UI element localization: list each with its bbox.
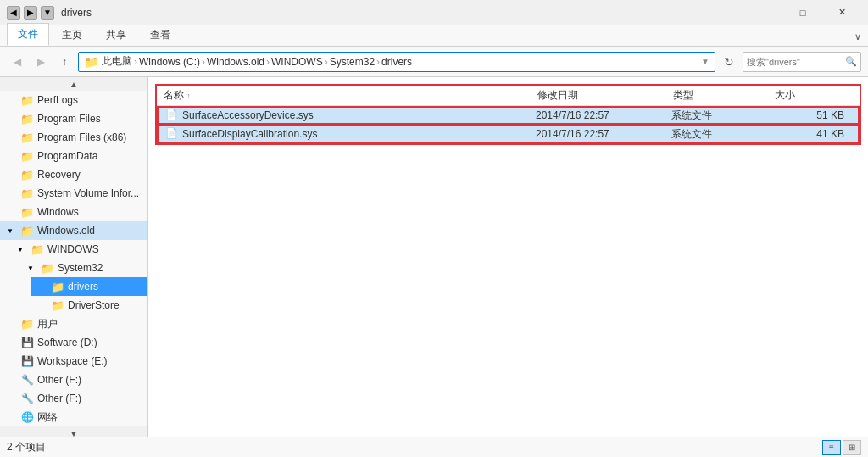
address-folder-icon: 📁 xyxy=(84,55,98,69)
breadcrumb-windows-old[interactable]: Windows.old xyxy=(207,56,264,68)
sidebar-item-user[interactable]: 📁 用户 xyxy=(0,315,147,333)
view-detail-button[interactable]: ⊞ xyxy=(843,440,861,455)
sidebar-item-programdata[interactable]: 📁 ProgramData xyxy=(0,147,147,165)
drive-icon-other2: 🔧 xyxy=(20,392,34,405)
breadcrumb-system32[interactable]: System32 xyxy=(330,56,375,68)
ribbon: 文件 主页 共享 查看 ∨ xyxy=(0,25,868,47)
col-header-type[interactable]: 类型 xyxy=(670,88,771,103)
folder-icon: 📁 xyxy=(20,187,34,200)
folder-icon-user: 📁 xyxy=(20,317,34,331)
main-content: ▲ 📁 PerfLogs 📁 Program Files 📁 Program F… xyxy=(0,77,868,437)
sidebar-item-windows[interactable]: 📁 Windows xyxy=(0,203,147,221)
sidebar-item-perflogs[interactable]: 📁 PerfLogs xyxy=(0,91,147,109)
sidebar-item-system32[interactable]: ▼ 📁 System32 xyxy=(20,259,147,277)
search-box[interactable]: 🔍 xyxy=(743,52,861,72)
col-header-size[interactable]: 大小 xyxy=(771,88,856,103)
file-list-header[interactable]: 名称 ↑ 修改日期 类型 大小 xyxy=(157,86,860,106)
expand-placeholder xyxy=(3,168,17,181)
sidebar-item-network[interactable]: 🌐 网络 xyxy=(0,408,147,426)
breadcrumb-drive-c[interactable]: Windows (C:) xyxy=(139,56,200,68)
window-title: drivers xyxy=(61,7,744,19)
quick-save-icon[interactable]: ▼ xyxy=(41,6,54,20)
sidebar-item-programfiles-x86[interactable]: 📁 Program Files (x86) xyxy=(0,128,147,147)
tab-file[interactable]: 文件 xyxy=(7,23,49,46)
address-input[interactable]: 📁 此电脑 › Windows (C:) › Windows.old › WIN… xyxy=(78,52,715,72)
quick-forward-icon[interactable]: ▶ xyxy=(24,6,37,20)
title-bar: ◀ ▶ ▼ drivers — □ ✕ xyxy=(0,0,868,25)
file-name-2: 📄 SurfaceDisplayCalibration.sys xyxy=(162,127,532,141)
sidebar-item-windowsold[interactable]: ▼ 📁 Windows.old xyxy=(0,221,147,240)
expand-placeholder-other2 xyxy=(3,392,17,405)
file-table-area: 名称 ↑ 修改日期 类型 大小 📄 SurfaceAccessoryDevice… xyxy=(155,84,861,145)
forward-button[interactable]: ▶ xyxy=(31,52,51,72)
file-size-2: 41 KB xyxy=(770,128,854,140)
expand-placeholder-network xyxy=(3,410,17,424)
sidebar-label-windowsdir: WINDOWS xyxy=(47,243,99,255)
address-dropdown-icon[interactable]: ▼ xyxy=(701,57,709,66)
sidebar-label-system32: System32 xyxy=(58,262,103,274)
file-row-1[interactable]: 📄 SurfaceAccessoryDevice.sys 2014/7/16 2… xyxy=(157,106,860,125)
folder-icon-driverstore: 📁 xyxy=(51,298,64,312)
expand-icon-windowsold: ▼ xyxy=(3,224,17,237)
sidebar-item-recovery[interactable]: 📁 Recovery xyxy=(0,165,147,184)
file-type-2: 系统文件 xyxy=(668,127,770,142)
sidebar-item-driverstore[interactable]: 📁 DriverStore xyxy=(31,296,147,315)
sidebar-item-programfiles[interactable]: 📁 Program Files xyxy=(0,109,147,128)
back-button[interactable]: ◀ xyxy=(7,52,27,72)
refresh-button[interactable]: ↻ xyxy=(719,52,739,72)
up-button[interactable]: ↑ xyxy=(54,52,75,72)
tab-share[interactable]: 共享 xyxy=(95,24,137,46)
sidebar-label-software-d: Software (D:) xyxy=(37,337,97,348)
sidebar-item-systemvolume[interactable]: 📁 System Volume Infor... xyxy=(0,184,147,203)
file-modified-2: 2014/7/16 22:57 xyxy=(532,128,668,140)
folder-icon: 📁 xyxy=(20,131,34,144)
maximize-button[interactable]: □ xyxy=(783,0,822,25)
quick-back-icon[interactable]: ◀ xyxy=(7,6,20,20)
sidebar-item-other-f2[interactable]: 🔧 Other (F:) xyxy=(0,389,147,408)
sidebar-item-other-f1[interactable]: 🔧 Other (F:) xyxy=(0,371,147,389)
search-icon[interactable]: 🔍 xyxy=(845,56,857,67)
sidebar-label-drivers: drivers xyxy=(68,281,98,293)
folder-icon: 📁 xyxy=(20,112,34,125)
drive-icon-other1: 🔧 xyxy=(20,373,34,387)
ribbon-expand-icon[interactable]: ∨ xyxy=(854,31,861,42)
sidebar-label-user: 用户 xyxy=(37,317,58,332)
folder-icon-system32: 📁 xyxy=(41,261,54,275)
sidebar-item-workspace-e[interactable]: 💾 Workspace (E:) xyxy=(0,352,147,371)
close-button[interactable]: ✕ xyxy=(822,0,861,25)
sidebar-label-programfiles-x86: Program Files (x86) xyxy=(37,131,126,143)
drive-icon-software: 💾 xyxy=(20,336,34,349)
breadcrumb: 此电脑 › Windows (C:) › Windows.old › WINDO… xyxy=(102,54,698,69)
tab-home[interactable]: 主页 xyxy=(51,24,93,46)
folder-icon: 📁 xyxy=(20,149,34,163)
col-header-name[interactable]: 名称 ↑ xyxy=(160,88,534,103)
breadcrumb-computer[interactable]: 此电脑 xyxy=(102,54,132,69)
sidebar-item-drivers[interactable]: 📁 drivers xyxy=(31,277,147,296)
breadcrumb-current[interactable]: drivers xyxy=(381,56,412,68)
view-list-button[interactable]: ≡ xyxy=(822,440,841,455)
minimize-button[interactable]: — xyxy=(744,0,783,25)
folder-icon-windowsold: 📁 xyxy=(20,224,34,237)
sidebar-scroll-down[interactable]: ▼ xyxy=(0,426,147,437)
file-row-2[interactable]: 📄 SurfaceDisplayCalibration.sys 2014/7/1… xyxy=(157,125,860,143)
expand-placeholder xyxy=(3,93,17,107)
folder-icon-drivers: 📁 xyxy=(51,280,64,293)
expand-placeholder-driverstore xyxy=(34,298,47,312)
sidebar-scroll-up[interactable]: ▲ xyxy=(0,77,147,91)
sidebar-label-perflogs: PerfLogs xyxy=(37,94,78,106)
expand-placeholder xyxy=(3,149,17,163)
file-modified-1: 2014/7/16 22:57 xyxy=(532,109,668,121)
window-controls: — □ ✕ xyxy=(744,0,861,25)
expand-placeholder xyxy=(3,187,17,200)
folder-icon: 📁 xyxy=(20,93,34,107)
tab-view[interactable]: 查看 xyxy=(139,24,181,46)
col-header-modified[interactable]: 修改日期 xyxy=(534,88,670,103)
sidebar-label-programfiles: Program Files xyxy=(37,113,101,125)
sidebar-item-windows-dir[interactable]: ▼ 📁 WINDOWS xyxy=(10,240,147,259)
sidebar-label-other-f1: Other (F:) xyxy=(37,374,81,386)
sidebar-label-windowsold: Windows.old xyxy=(37,225,95,237)
sort-arrow-name: ↑ xyxy=(186,92,191,100)
breadcrumb-windows[interactable]: WINDOWS xyxy=(271,56,323,68)
sidebar-item-software-d[interactable]: 💾 Software (D:) xyxy=(0,333,147,352)
search-input[interactable] xyxy=(747,57,845,67)
